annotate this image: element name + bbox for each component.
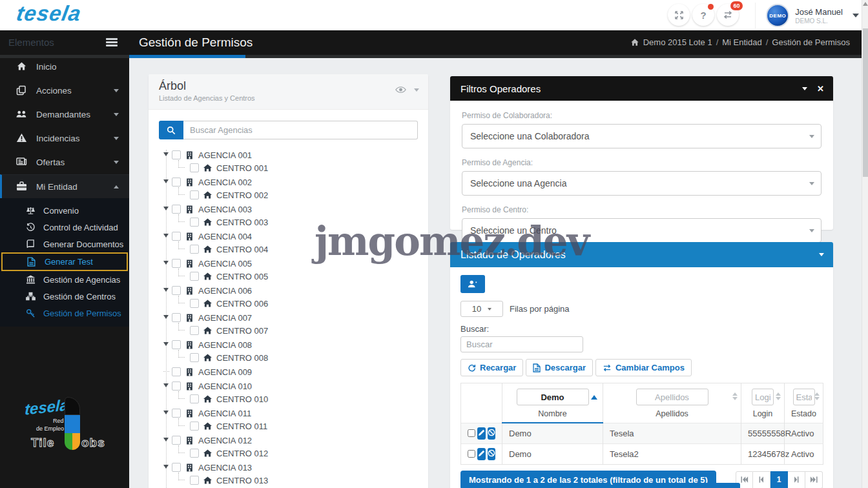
prev-page-button[interactable] — [753, 471, 770, 488]
tree-checkbox[interactable] — [190, 299, 199, 308]
tree-checkbox[interactable] — [172, 436, 181, 445]
filter-select-permiso-de-agencia[interactable]: Seleccione una Agencia — [462, 171, 822, 196]
tree-checkbox[interactable] — [172, 178, 181, 187]
tree-expand-icon[interactable] — [163, 465, 169, 469]
column-header-login[interactable]: Login — [741, 383, 785, 423]
tree-center-row[interactable]: CENTRO 008 — [164, 351, 428, 364]
sidebar-item-acciones[interactable]: Acciones — [0, 79, 129, 103]
tree-checkbox[interactable] — [190, 190, 199, 199]
submenu-item-gestion-de-permisos[interactable]: Gestión de Permisos — [0, 305, 129, 321]
tree-center-row[interactable]: CENTRO 011 — [164, 420, 428, 432]
column-filter-input[interactable] — [636, 389, 708, 405]
tree-center-row[interactable]: CENTRO 003 — [164, 216, 428, 229]
tree-agency-row[interactable]: AGENCIA 001 — [164, 148, 428, 161]
tree-center-row[interactable]: CENTRO 013 — [164, 474, 428, 487]
operators-search-input[interactable] — [460, 336, 583, 352]
sort-icon[interactable] — [776, 392, 781, 400]
tree-checkbox[interactable] — [190, 272, 199, 281]
expand-icon[interactable] — [668, 4, 690, 26]
tree-checkbox[interactable] — [190, 326, 199, 335]
tree-checkbox[interactable] — [172, 367, 181, 376]
tree-center-row[interactable]: CENTRO 007 — [164, 324, 428, 337]
sidebar-item-incidencias[interactable]: Incidencias — [0, 127, 129, 150]
tree-center-row[interactable]: CENTRO 005 — [164, 270, 428, 283]
user-menu[interactable]: DEMO José Manuel DEMO S.L. — [755, 3, 859, 28]
tree-checkbox[interactable] — [172, 340, 181, 349]
tree-center-row[interactable]: CENTRO 002 — [164, 188, 428, 201]
tree-agency-row[interactable]: AGENCIA 004 — [164, 230, 428, 243]
tree-expand-icon[interactable] — [163, 152, 169, 156]
column-filter-input[interactable] — [752, 389, 774, 405]
partial-bottom-button[interactable] — [692, 483, 740, 488]
eye-icon[interactable] — [395, 86, 406, 94]
next-page-button[interactable] — [788, 471, 805, 488]
submenu-item-convenio[interactable]: Convenio — [0, 202, 129, 219]
tree-checkbox[interactable] — [190, 449, 199, 458]
submenu-item-control-de-actividad[interactable]: Control de Actividad — [0, 219, 129, 236]
download-button[interactable]: Descargar — [526, 359, 593, 376]
tree-agency-row[interactable]: AGENCIA 013 — [164, 461, 428, 474]
row-checkbox[interactable] — [468, 429, 475, 437]
close-icon[interactable]: ✕ — [817, 85, 824, 93]
filter-select-permiso-de-colaboradora[interactable]: Seleccione una Colaboradora — [462, 124, 822, 148]
tree-agency-row[interactable]: AGENCIA 006 — [164, 284, 428, 297]
tree-agency-row[interactable]: AGENCIA 007 — [164, 311, 428, 324]
disable-button[interactable] — [488, 448, 496, 460]
tree-agency-row[interactable]: AGENCIA 011 — [164, 407, 428, 420]
sidebar-item-ofertas[interactable]: Ofertas — [0, 150, 129, 174]
edit-button[interactable] — [477, 448, 486, 460]
tree-agency-row[interactable]: AGENCIA 008 — [164, 338, 428, 351]
column-filter-input[interactable] — [517, 389, 589, 405]
tree-checkbox[interactable] — [190, 163, 199, 172]
tree-expand-icon[interactable] — [163, 234, 169, 238]
tree-checkbox[interactable] — [172, 381, 181, 391]
row-checkbox[interactable] — [468, 450, 475, 458]
tree-checkbox[interactable] — [190, 245, 199, 254]
submenu-item-generar-test[interactable]: Generar Test — [1, 252, 128, 271]
disable-button[interactable] — [488, 427, 496, 440]
tree-checkbox[interactable] — [190, 353, 199, 362]
tree-expand-icon[interactable] — [163, 315, 169, 319]
change-fields-button[interactable]: Cambiar Campos — [595, 359, 692, 376]
tree-checkbox[interactable] — [172, 205, 181, 214]
tree-expand-icon[interactable] — [163, 342, 169, 346]
scrollbar-thumb[interactable] — [863, 28, 868, 177]
tree-checkbox[interactable] — [190, 422, 199, 431]
tree-center-row[interactable]: CENTRO 010 — [164, 392, 428, 405]
scroll-up-icon[interactable] — [863, 2, 868, 6]
submenu-item-gestion-de-agencias[interactable]: Gestión de Agencias — [0, 271, 129, 288]
sidebar-item-mi-entidad[interactable]: Mi Entidad — [0, 174, 129, 198]
tree-checkbox[interactable] — [190, 394, 199, 403]
tree-checkbox[interactable] — [172, 313, 181, 322]
sidebar-item-demandantes[interactable]: Demandantes — [0, 103, 129, 127]
edit-button[interactable] — [477, 427, 486, 440]
help-icon[interactable]: ? — [692, 4, 714, 26]
breadcrumb-item[interactable]: Gestión de Permisos — [772, 37, 850, 47]
search-input[interactable] — [183, 121, 418, 139]
rows-per-page-select[interactable]: 10 — [460, 301, 503, 317]
breadcrumb-item[interactable]: Demo 2015 Lote 1 — [643, 37, 712, 47]
tree-expand-icon[interactable] — [163, 383, 169, 387]
add-operator-button[interactable] — [460, 275, 485, 293]
tree-checkbox[interactable] — [172, 232, 181, 241]
column-header-estado[interactable]: Estado — [785, 383, 823, 423]
page-number-button[interactable]: 1 — [770, 471, 788, 488]
tree-center-row[interactable]: CENTRO 004 — [164, 243, 428, 256]
tree-expand-icon[interactable] — [163, 261, 169, 265]
breadcrumb-item[interactable]: Mi Entidad — [722, 37, 761, 47]
collapse-caret-icon[interactable] — [414, 88, 419, 92]
tree-expand-icon[interactable] — [163, 207, 169, 210]
tree-agency-row[interactable]: AGENCIA 009 — [164, 365, 428, 378]
tree-agency-row[interactable]: AGENCIA 010 — [164, 380, 428, 392]
submenu-item-gestion-de-centros[interactable]: Gestión de Centros — [0, 288, 129, 305]
page-scrollbar[interactable] — [862, 0, 868, 488]
tree-expand-icon[interactable] — [163, 438, 169, 442]
sort-icon[interactable] — [814, 392, 820, 400]
tree-agency-row[interactable]: AGENCIA 003 — [164, 203, 428, 216]
collapse-caret-icon[interactable] — [802, 87, 807, 90]
tree-checkbox[interactable] — [172, 259, 181, 268]
submenu-item-generar-documentos[interactable]: Generar Documentos — [0, 236, 129, 252]
tree-expand-icon[interactable] — [163, 179, 169, 183]
column-filter-input[interactable] — [793, 389, 815, 405]
column-header-nombre[interactable]: Nombre — [502, 383, 603, 423]
